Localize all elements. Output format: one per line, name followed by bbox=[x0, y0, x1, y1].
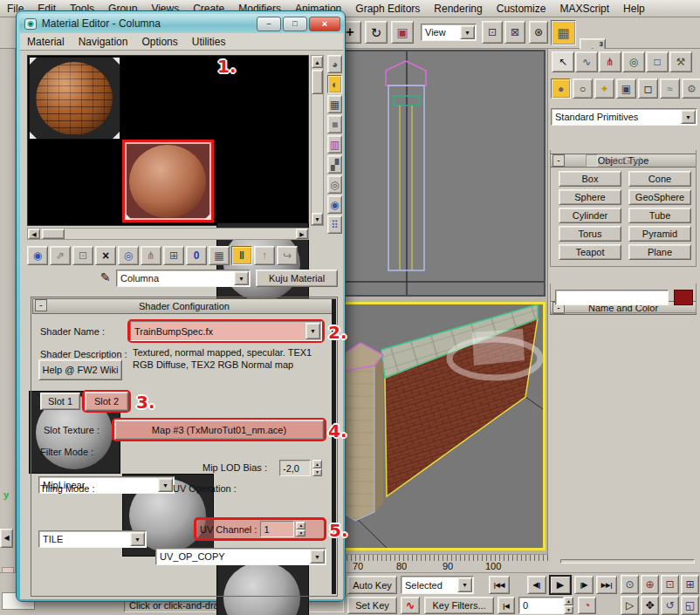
chevron-down-icon[interactable]: ▼ bbox=[234, 271, 249, 285]
next-frame-button[interactable]: |▶ bbox=[574, 576, 594, 594]
minimize-button[interactable]: – bbox=[257, 17, 281, 31]
go-forward-sibling-button[interactable]: ↪ bbox=[277, 246, 298, 265]
keyboard-override-toggle[interactable]: ▦ bbox=[551, 20, 576, 45]
me-menu-material[interactable]: Material bbox=[20, 34, 72, 50]
trackbar-groove[interactable] bbox=[560, 559, 695, 564]
sample-slot-selected-columna[interactable] bbox=[122, 140, 214, 222]
tab-slot-2[interactable]: Slot 2 bbox=[85, 392, 128, 411]
category-helpers-button[interactable]: ◻ bbox=[638, 79, 658, 99]
go-to-start-button[interactable]: |◀◀ bbox=[489, 576, 510, 594]
mip-lod-bias-field[interactable]: -2,0 bbox=[279, 460, 311, 476]
spinner-down-icon[interactable]: ▼ bbox=[312, 468, 322, 477]
pick-material-button[interactable]: ✎ bbox=[100, 271, 111, 284]
create-box-button[interactable]: Box bbox=[559, 171, 621, 187]
tab-utilities[interactable]: ⚒ bbox=[669, 51, 692, 72]
orbit-button[interactable]: ↺ bbox=[661, 596, 679, 615]
shader-configuration-header[interactable]: - Shader Configuration bbox=[32, 298, 336, 314]
menu-maxscript[interactable]: MAXScript bbox=[552, 1, 616, 17]
pan-view-button[interactable]: ✥ bbox=[641, 596, 659, 615]
rollout-scrollbar[interactable] bbox=[332, 299, 336, 594]
chevron-down-icon[interactable]: ▼ bbox=[130, 532, 145, 546]
create-sphere-button[interactable]: Sphere bbox=[559, 189, 621, 205]
slots-horizontal-scrollbar[interactable]: ◀ ▶ bbox=[27, 228, 309, 240]
close-button[interactable]: × bbox=[309, 17, 340, 31]
create-pyramid-button[interactable]: Pyramid bbox=[628, 226, 691, 242]
spinner-down-icon[interactable]: ▼ bbox=[564, 605, 573, 614]
material-type-button[interactable]: Kuju Material bbox=[256, 270, 338, 287]
menu-graph-editors[interactable]: Graph Editors bbox=[348, 1, 427, 17]
timeline-ruler[interactable]: 70 80 90 100 bbox=[342, 554, 548, 572]
material-id-channel-button[interactable]: 0 bbox=[186, 246, 207, 265]
me-menu-navigation[interactable]: Navigation bbox=[72, 34, 135, 50]
me-menu-utilities[interactable]: Utilities bbox=[185, 34, 233, 50]
chevron-down-icon[interactable]: ▼ bbox=[460, 25, 475, 39]
object-name-field[interactable] bbox=[555, 290, 669, 305]
category-shapes-button[interactable]: ○ bbox=[573, 79, 593, 99]
sample-type-button[interactable]: ◕ bbox=[327, 55, 342, 73]
reset-map-button[interactable]: × bbox=[95, 246, 116, 265]
create-tube-button[interactable]: Tube bbox=[628, 208, 691, 223]
scroll-thumb[interactable] bbox=[42, 229, 65, 239]
uv-channel-spinner[interactable]: ▲ ▼ bbox=[296, 522, 305, 536]
material-map-navigator-button[interactable]: ⠿ bbox=[327, 215, 342, 234]
tiling-mode-dropdown[interactable]: TILE ▼ bbox=[38, 530, 147, 548]
tab-hierarchy[interactable]: ⋔ bbox=[599, 51, 621, 72]
go-to-parent-button[interactable]: ↑ bbox=[254, 246, 275, 265]
object-color-swatch[interactable] bbox=[674, 290, 693, 305]
create-geosphere-button[interactable]: GeoSphere bbox=[628, 189, 691, 205]
options-button[interactable]: ◎ bbox=[327, 175, 342, 194]
uv-channel-field[interactable]: 1 bbox=[260, 521, 294, 537]
viewport-perspective-active[interactable] bbox=[342, 302, 546, 550]
category-lights-button[interactable]: ✦ bbox=[594, 79, 614, 99]
frame-spinner[interactable]: ▲ ▼ bbox=[564, 597, 573, 614]
create-cylinder-button[interactable]: Cylinder bbox=[559, 208, 621, 223]
key-filters-button[interactable]: Key Filters... bbox=[424, 597, 494, 614]
video-color-check-button[interactable]: ▥ bbox=[327, 135, 342, 154]
make-unique-button[interactable]: ⋔ bbox=[141, 246, 161, 265]
scale-button[interactable]: ▣ bbox=[391, 21, 414, 44]
chevron-down-icon[interactable]: ▼ bbox=[310, 550, 325, 564]
key-mode-toggle[interactable]: |◀ bbox=[498, 597, 515, 614]
category-spacewarps-button[interactable]: ≈ bbox=[660, 79, 680, 99]
slots-vertical-scrollbar[interactable]: ▲ ▼ bbox=[311, 55, 324, 226]
chevron-down-icon[interactable]: ▼ bbox=[158, 478, 173, 492]
create-torus-button[interactable]: Torus bbox=[559, 226, 621, 242]
show-end-result-button[interactable]: ‖ bbox=[231, 246, 252, 265]
scroll-thumb[interactable] bbox=[312, 70, 323, 94]
previous-frame-button[interactable]: ◀| bbox=[527, 576, 546, 594]
scroll-up-button[interactable]: ▲ bbox=[312, 56, 323, 68]
scroll-right-button[interactable]: ▶ bbox=[296, 229, 308, 239]
make-preview-button[interactable]: ▞ bbox=[327, 155, 342, 174]
me-menu-options[interactable]: Options bbox=[134, 34, 184, 50]
pivot-flyout-button[interactable]: ⊠ bbox=[504, 21, 525, 44]
material-name-dropdown[interactable]: Columna ▼ bbox=[116, 270, 250, 287]
play-button[interactable]: ▶ bbox=[549, 575, 572, 595]
scroll-down-button[interactable]: ▼ bbox=[312, 213, 323, 225]
zoom-all-button[interactable]: ⊕ bbox=[641, 575, 659, 594]
autogrid-checkbox[interactable] bbox=[586, 154, 598, 167]
show-map-in-viewport-button[interactable]: ▦ bbox=[209, 246, 230, 265]
viewport-front[interactable] bbox=[342, 50, 546, 297]
timeline-left-arrow-button[interactable]: ◀ bbox=[0, 529, 13, 548]
shader-name-dropdown[interactable]: TrainBumpSpec.fx ▼ bbox=[130, 321, 322, 341]
primitive-category-dropdown[interactable]: Standard Primitives ▼ bbox=[551, 108, 697, 126]
category-cameras-button[interactable]: ▣ bbox=[616, 79, 636, 99]
uv-operation-dropdown[interactable]: UV_OP_COPY ▼ bbox=[155, 548, 326, 565]
field-of-view-button[interactable]: ▷ bbox=[621, 596, 639, 615]
category-systems-button[interactable]: ⚙ bbox=[682, 79, 700, 99]
menu-help[interactable]: Help bbox=[616, 1, 652, 17]
selection-set-dropdown[interactable]: Selected ▼ bbox=[401, 576, 474, 594]
tab-create[interactable]: ↖ bbox=[552, 51, 574, 72]
menu-rendering[interactable]: Rendering bbox=[427, 1, 489, 17]
set-key-mode-button[interactable]: ∿ bbox=[401, 597, 420, 614]
zoom-extents-all-button[interactable]: ⊞ bbox=[681, 575, 699, 594]
rotate-button[interactable]: ↻ bbox=[365, 21, 388, 44]
scroll-left-button[interactable]: ◀ bbox=[28, 229, 40, 239]
tab-motion[interactable]: ◎ bbox=[622, 51, 645, 72]
spinner-up-icon[interactable]: ▲ bbox=[312, 460, 322, 468]
create-teapot-button[interactable]: Teapot bbox=[559, 244, 621, 260]
make-material-copy-button[interactable]: ◎ bbox=[118, 246, 139, 265]
zoom-button[interactable]: ⊙ bbox=[621, 575, 639, 594]
select-by-material-button[interactable]: ◉ bbox=[327, 195, 342, 214]
tab-modify[interactable]: ∿ bbox=[575, 51, 598, 72]
